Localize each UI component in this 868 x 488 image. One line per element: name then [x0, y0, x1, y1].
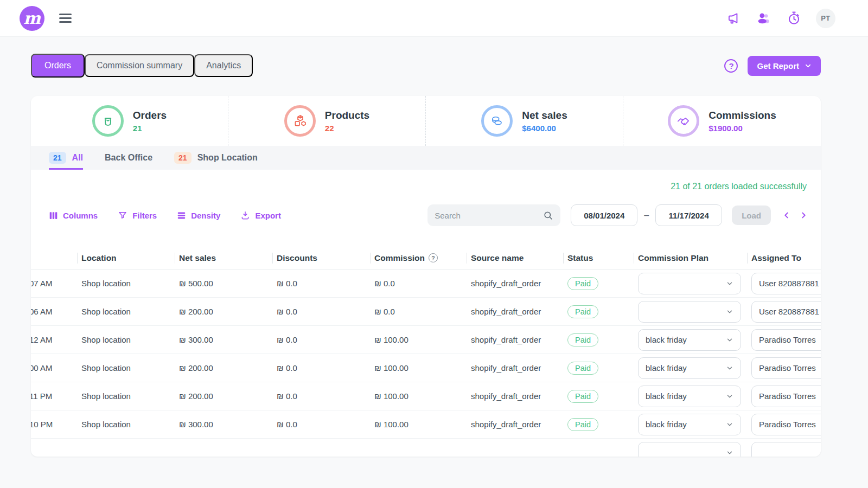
date-range-separator: –: [644, 210, 649, 220]
get-report-button[interactable]: Get Report: [748, 56, 821, 76]
stat-products-value: 22: [325, 124, 369, 133]
order-net-sales: ₪ 300.00: [179, 335, 213, 344]
shop-location-count-badge: 21: [174, 152, 192, 164]
order-discounts: ₪ 0.0: [277, 307, 297, 316]
assigned-to-field[interactable]: Paradiso Torres: [751, 357, 821, 379]
subtab-back-office[interactable]: Back Office: [105, 146, 152, 170]
order-location: Shop location: [81, 335, 131, 344]
chevron-left-icon: [782, 211, 791, 220]
announcements-megaphone-icon[interactable]: [726, 11, 742, 26]
status-badge: Paid: [567, 362, 598, 375]
table-row: 10 PM Shop location ₪ 300.00 ₪ 0.0 ₪ 100…: [31, 410, 821, 439]
tab-orders[interactable]: Orders: [31, 54, 85, 78]
header-discounts[interactable]: Discounts: [272, 247, 370, 269]
brand-logo[interactable]: m: [20, 6, 44, 31]
stat-commissions-label: Commissions: [709, 110, 776, 121]
header-status[interactable]: Status: [563, 247, 634, 269]
order-source-name: shopify_draft_order: [471, 335, 541, 344]
assigned-to-field[interactable]: [751, 442, 821, 457]
subtab-back-office-label: Back Office: [105, 153, 152, 163]
order-time: 12 AM: [31, 335, 53, 344]
status-badge: Paid: [567, 277, 598, 290]
load-button[interactable]: Load: [732, 206, 771, 225]
order-source-name: shopify_draft_order: [471, 363, 541, 373]
assigned-to-field[interactable]: User 820887881: [751, 273, 821, 294]
stat-net-sales: Net sales $6400.00: [426, 96, 623, 146]
subtab-shop-location-label: Shop Location: [197, 153, 258, 163]
table-row: 00 AM Shop location ₪ 200.00 ₪ 0.0 ₪ 100…: [31, 354, 821, 382]
commission-plan-select[interactable]: black friday: [638, 386, 741, 407]
status-badge: Paid: [567, 418, 598, 431]
previous-page-button[interactable]: [782, 211, 791, 220]
stat-net-sales-label: Net sales: [522, 110, 567, 121]
user-avatar[interactable]: PT: [816, 9, 835, 28]
assigned-to-field[interactable]: Paradiso Torres: [751, 414, 821, 435]
density-button[interactable]: Density: [177, 211, 220, 220]
assigned-to-value: Paradiso Torres: [759, 363, 816, 373]
table-toolbar: Columns Filters Density Export –: [31, 204, 821, 226]
header-source-name[interactable]: Source name: [467, 247, 563, 269]
orders-loaded-message: 21 of 21 orders loaded successfully: [31, 170, 821, 191]
next-page-button[interactable]: [799, 211, 808, 220]
orders-table: Location Net sales Discounts Commission …: [31, 247, 821, 457]
date-from-input[interactable]: [571, 204, 637, 226]
filters-button[interactable]: Filters: [118, 210, 157, 220]
filters-label: Filters: [132, 211, 157, 220]
commission-plan-select[interactable]: black friday: [638, 357, 741, 379]
chevron-down-icon: [726, 280, 733, 287]
commission-plan-value: black friday: [646, 420, 687, 429]
coins-icon: [481, 105, 513, 137]
order-commission: ₪ 100.00: [374, 420, 409, 429]
status-badge: Paid: [567, 305, 598, 318]
assigned-to-value: User 820887881: [759, 279, 819, 288]
users-icon[interactable]: [756, 11, 771, 26]
header-net-sales[interactable]: Net sales: [175, 247, 272, 269]
help-icon[interactable]: [724, 59, 738, 73]
stat-commissions-value: $1900.00: [709, 124, 776, 133]
header-assigned-to[interactable]: Assigned To: [747, 247, 821, 269]
order-source-name: shopify_draft_order: [471, 420, 541, 429]
export-download-icon: [240, 210, 250, 220]
commission-plan-select[interactable]: [638, 442, 741, 457]
subtab-shop-location[interactable]: 21 Shop Location: [174, 146, 258, 170]
chevron-down-icon: [726, 336, 733, 344]
assigned-to-value: User 820887881: [759, 307, 819, 316]
order-discounts: ₪ 0.0: [277, 420, 297, 429]
order-commission: ₪ 0.0: [374, 307, 395, 316]
order-net-sales: ₪ 300.00: [179, 420, 213, 429]
assigned-to-field[interactable]: User 820887881: [751, 301, 821, 323]
stat-orders-label: Orders: [133, 110, 167, 121]
commission-plan-select[interactable]: black friday: [638, 329, 741, 351]
orders-bag-icon: [92, 105, 124, 137]
assigned-to-value: Paradiso Torres: [759, 391, 816, 401]
date-to-input[interactable]: [655, 204, 722, 226]
export-button[interactable]: Export: [240, 210, 281, 220]
stat-net-sales-value: $6400.00: [522, 124, 567, 133]
stats-row: Orders 21 Products 22: [31, 96, 821, 146]
order-discounts: ₪ 0.0: [277, 363, 297, 373]
chevron-down-icon: [726, 449, 733, 457]
commission-plan-select[interactable]: [638, 273, 741, 294]
commission-plan-value: black friday: [646, 363, 687, 373]
search-input[interactable]: [435, 211, 543, 220]
avatar-initials: PT: [821, 14, 831, 22]
header-location[interactable]: Location: [77, 247, 175, 269]
commission-help-icon[interactable]: [429, 253, 438, 262]
subtab-all[interactable]: 21 All: [49, 146, 83, 170]
commission-plan-select[interactable]: [638, 301, 741, 323]
assigned-to-field[interactable]: Paradiso Torres: [751, 386, 821, 407]
columns-button[interactable]: Columns: [49, 211, 98, 220]
stat-products-label: Products: [325, 110, 369, 121]
tab-analytics[interactable]: Analytics: [194, 54, 253, 77]
assigned-to-value: Paradiso Torres: [759, 335, 816, 344]
columns-label: Columns: [63, 211, 98, 220]
assigned-to-field[interactable]: Paradiso Torres: [751, 329, 821, 351]
header-commission[interactable]: Commission: [370, 247, 467, 269]
hamburger-menu-icon[interactable]: [59, 14, 72, 23]
tab-commission-summary[interactable]: Commission summary: [85, 54, 194, 77]
header-commission-plan[interactable]: Commission Plan: [634, 247, 747, 269]
commission-plan-select[interactable]: black friday: [638, 414, 741, 435]
filter-funnel-icon: [118, 210, 127, 220]
timer-stopwatch-icon[interactable]: [786, 11, 801, 26]
header-time[interactable]: [31, 247, 77, 269]
